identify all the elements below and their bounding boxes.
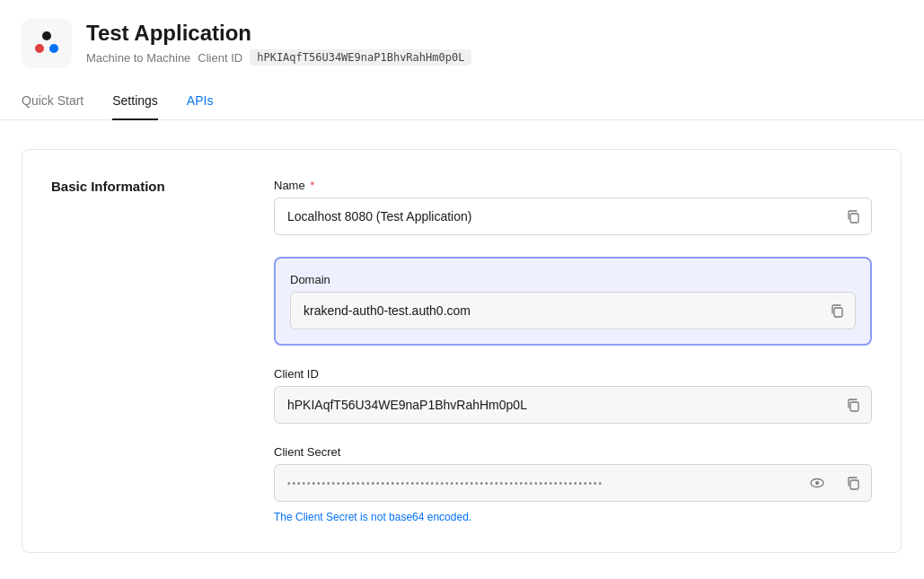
client-id-field-label: Client ID [274,367,872,381]
svg-rect-8 [850,480,858,489]
eye-icon [810,476,824,490]
name-input[interactable] [275,200,835,232]
client-id-copy-button[interactable] [835,387,871,423]
name-copy-button[interactable] [835,198,871,234]
app-title: Test Application [86,21,471,47]
settings-layout: Basic Information Name * [51,179,872,523]
domain-copy-button[interactable] [819,293,855,329]
client-id-label: Client ID [198,51,242,65]
settings-card: Basic Information Name * [22,149,902,553]
copy-icon [830,303,844,318]
client-secret-copy-button[interactable] [835,465,871,501]
section-title: Basic Information [51,179,231,194]
client-secret-input-wrapper [274,464,872,502]
name-required-indicator: * [307,179,315,192]
settings-fields: Name * Domain [274,179,872,523]
client-id-field-group: Client ID [274,367,872,424]
header-client-id-value: hPKIAqfT56U34WE9naP1BhvRahHm0p0L [250,49,471,66]
name-input-wrapper [274,197,872,235]
domain-field-label: Domain [290,273,856,286]
svg-point-1 [35,44,44,53]
tab-quick-start[interactable]: Quick Start [22,83,84,120]
svg-rect-5 [850,402,858,411]
app-header: Test Application Machine to Machine Clie… [0,0,924,83]
client-secret-hint: The Client Secret is not base64 encoded. [274,511,872,523]
app-title-block: Test Application Machine to Machine Clie… [86,21,471,66]
copy-icon [846,398,860,412]
domain-input[interactable] [291,294,819,327]
name-field-group: Name * [274,179,872,235]
app-type-label: Machine to Machine [86,51,190,65]
client-id-input[interactable] [275,389,835,421]
tab-apis[interactable]: APIs [187,83,214,120]
copy-icon [846,209,860,224]
tab-settings[interactable]: Settings [112,83,158,120]
domain-field-group: Domain [274,257,872,346]
client-secret-field-group: Client Secret [274,445,872,523]
copy-icon [846,476,860,490]
app-logo [22,18,72,68]
nav-tabs: Quick Start Settings APIs [0,83,924,120]
settings-sidebar: Basic Information [51,179,231,523]
client-secret-input[interactable] [275,469,799,497]
name-field-label: Name * [274,179,872,192]
main-content: Basic Information Name * [0,120,924,579]
client-id-input-wrapper [274,386,872,424]
svg-rect-4 [834,308,842,317]
svg-point-2 [49,44,58,53]
app-subtitle: Machine to Machine Client ID hPKIAqfT56U… [86,49,471,66]
client-secret-eye-button[interactable] [799,465,835,501]
svg-point-0 [42,31,51,40]
svg-point-7 [815,481,819,485]
client-secret-field-label: Client Secret [274,445,872,459]
svg-rect-3 [850,214,858,223]
domain-input-wrapper [290,292,856,329]
